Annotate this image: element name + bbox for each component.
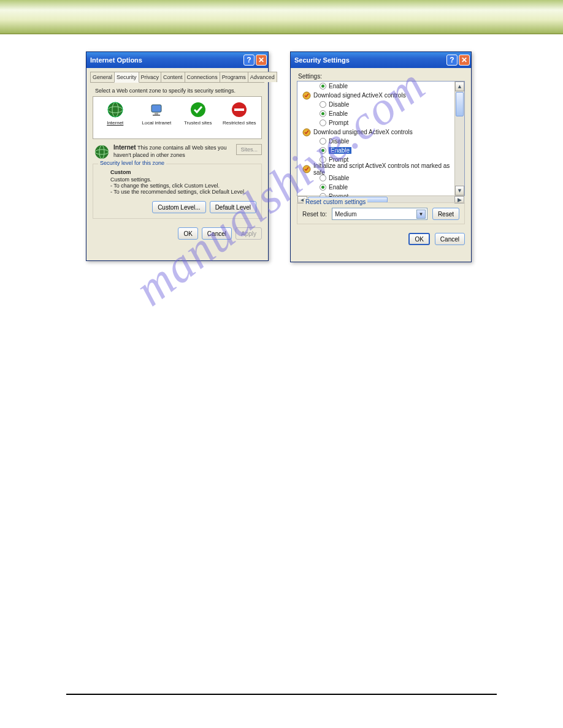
tree-label: Download unsigned ActiveX controls (313, 129, 413, 135)
zone-instruction: Select a Web content zone to specify its… (95, 88, 262, 94)
zone-internet[interactable]: Internet (94, 99, 136, 136)
page-header-banner (0, 0, 563, 34)
radio-icon[interactable] (320, 184, 326, 191)
zone-label: Restricted sites (219, 120, 261, 126)
tree-label: Enable (329, 147, 351, 154)
ok-button[interactable]: OK (178, 227, 197, 240)
tab-general[interactable]: General (90, 72, 115, 82)
security-settings-titlebar[interactable]: Security Settings ? ✕ (291, 52, 471, 68)
radio-icon[interactable] (320, 147, 326, 154)
custom-title: Custom (110, 169, 256, 175)
settings-label: Settings: (298, 73, 465, 80)
apply-button[interactable]: Apply (236, 227, 262, 240)
tree-label: Enable (329, 83, 348, 89)
cancel-button[interactable]: Cancel (435, 233, 465, 245)
zone-desc-title: Internet (113, 144, 136, 151)
radio-icon[interactable] (320, 101, 326, 108)
settings-tree: EnableDownload signed ActiveX controlsDi… (297, 81, 465, 196)
help-icon[interactable]: ? (446, 55, 458, 66)
vertical-scrollbar[interactable]: ▲ ▼ (454, 82, 464, 195)
internet-options-titlebar[interactable]: Internet Options ? ✕ (86, 52, 268, 68)
activex-icon (302, 128, 311, 137)
no-entry-icon (219, 99, 261, 120)
checkmark-icon (177, 99, 219, 120)
tab-connections[interactable]: Connections (185, 72, 220, 82)
reset-legend: Reset custom settings (304, 199, 367, 205)
custom-line2: - To use the recommended settings, click… (110, 189, 256, 195)
zone-restricted-sites[interactable]: Restricted sites (219, 99, 261, 136)
tree-radio-option[interactable]: Enable (320, 82, 454, 91)
tab-privacy[interactable]: Privacy (139, 72, 162, 82)
zone-label: Trusted sites (177, 120, 219, 126)
tree-label: Download signed ActiveX controls (313, 92, 406, 99)
tree-label: Disable (329, 175, 349, 181)
tree-label: Enable (329, 184, 348, 191)
zone-label: Internet (94, 120, 136, 126)
tree-radio-option[interactable]: Disable (320, 100, 454, 109)
zone-label: Local intranet (136, 120, 178, 126)
scroll-thumb[interactable] (456, 92, 464, 116)
tree-category[interactable]: Initialize and script ActiveX controls n… (302, 164, 454, 173)
zone-trusted-sites[interactable]: Trusted sites (177, 99, 219, 136)
reset-to-value: Medium (335, 211, 357, 218)
security-level-legend: Security level for this zone (98, 160, 166, 166)
tree-label: Prompt (329, 119, 348, 126)
monitor-icon (136, 99, 178, 120)
radio-icon[interactable] (320, 175, 326, 181)
radio-icon[interactable] (320, 119, 326, 126)
default-level-button[interactable]: Default Level (210, 201, 256, 213)
tree-label: Disable (329, 138, 349, 145)
radio-icon[interactable] (320, 138, 326, 145)
reset-to-label: Reset to: (302, 211, 327, 218)
svg-rect-6 (153, 115, 160, 116)
security-settings-title: Security Settings (294, 56, 445, 64)
tree-radio-option[interactable]: Enable (320, 146, 454, 155)
cancel-button[interactable]: Cancel (202, 227, 232, 240)
tree-radio-option[interactable]: Enable (320, 183, 454, 192)
internet-options-dialog: Internet Options ? ✕ General Security Pr… (86, 51, 269, 261)
tree-category[interactable]: Download unsigned ActiveX controls (302, 127, 454, 137)
globe-icon (94, 144, 110, 160)
chevron-down-icon[interactable]: ▼ (416, 210, 426, 219)
internet-options-tabs: General Security Privacy Content Connect… (90, 72, 264, 83)
svg-point-10 (95, 145, 109, 159)
radio-icon[interactable] (320, 83, 326, 89)
tab-advanced[interactable]: Advanced (248, 72, 277, 82)
custom-subtitle: Custom settings. (110, 176, 256, 183)
tree-label: Enable (329, 110, 348, 117)
scroll-up-icon[interactable]: ▲ (455, 82, 464, 91)
zone-list: Internet Local intranet Trusted sites (93, 96, 262, 139)
close-icon[interactable]: ✕ (256, 55, 267, 66)
custom-level-button[interactable]: Custom Level... (152, 201, 205, 213)
footer-divider (66, 694, 497, 695)
scroll-down-icon[interactable]: ▼ (455, 186, 464, 195)
tab-security[interactable]: Security (114, 72, 139, 83)
tree-label: Initialize and script ActiveX controls n… (313, 162, 454, 176)
globe-icon (94, 99, 136, 120)
reset-button[interactable]: Reset (432, 208, 459, 220)
svg-rect-4 (151, 105, 161, 112)
tree-category[interactable]: Download signed ActiveX controls (302, 91, 454, 100)
close-icon[interactable]: ✕ (459, 55, 470, 66)
svg-rect-9 (234, 108, 244, 111)
reset-to-select[interactable]: Medium ▼ (332, 208, 427, 220)
sites-button[interactable]: Sites... (236, 144, 262, 155)
radio-icon[interactable] (320, 110, 326, 117)
internet-options-title: Internet Options (90, 56, 242, 64)
tree-radio-option[interactable]: Prompt (320, 118, 454, 127)
tree-radio-option[interactable]: Enable (320, 109, 454, 118)
help-icon[interactable]: ? (243, 55, 255, 66)
activex-icon (302, 165, 311, 173)
tree-label: Disable (329, 101, 349, 108)
zone-local-intranet[interactable]: Local intranet (136, 99, 178, 136)
tree-radio-option[interactable]: Disable (320, 137, 454, 146)
custom-line1: - To change the settings, click Custom L… (110, 183, 256, 189)
activex-icon (302, 91, 311, 100)
security-settings-dialog: Security Settings ? ✕ Settings: EnableDo… (290, 51, 472, 262)
ok-button[interactable]: OK (408, 233, 429, 245)
tab-content[interactable]: Content (161, 72, 185, 82)
tab-programs[interactable]: Programs (220, 72, 248, 82)
svg-rect-5 (155, 113, 158, 115)
